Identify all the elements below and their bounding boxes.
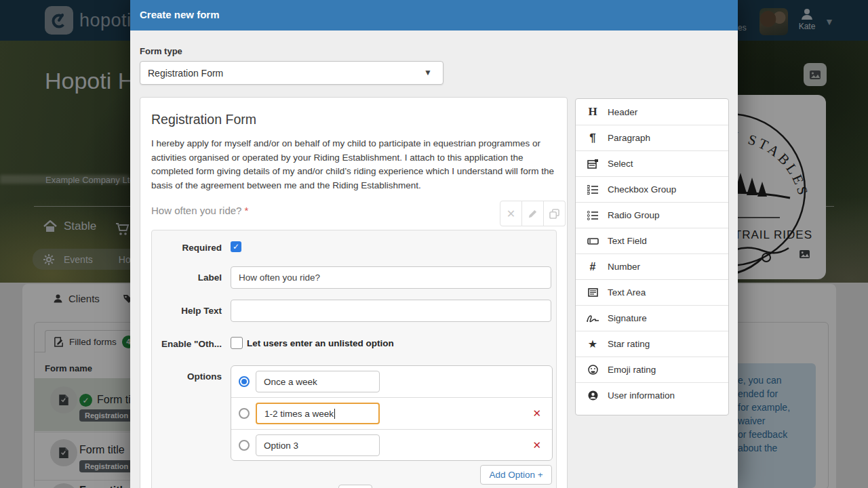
delete-option-icon[interactable]: ✕ [532,439,541,451]
edit-field-button[interactable] [522,201,544,226]
modal-title: Create new form [140,9,220,20]
form-type-select[interactable]: Registration Form ▼ [140,61,443,85]
delete-field-button[interactable]: ✕ [500,201,522,226]
emoji-icon [585,365,600,375]
radio-group-icon [585,211,600,220]
label-input[interactable] [231,266,551,289]
enable-other-checkbox[interactable] [231,337,243,349]
help-text-label: Help Text [152,306,222,316]
number-icon: # [585,261,600,273]
component-header[interactable]: H Header [576,99,728,125]
component-number[interactable]: # Number [576,253,728,279]
option-input[interactable]: Once a week [256,371,380,392]
signature-icon [585,314,600,323]
modal-header [130,0,738,30]
copy-icon [549,209,559,219]
builder-form-title: Registration Form [151,112,256,127]
options-label: Options [152,371,222,382]
options-group: Once a week 1-2 times a week ✕ Option 3 … [231,365,553,461]
form-type-label: Form type [140,46,182,56]
text-cursor [334,409,335,419]
help-text-input[interactable] [231,300,551,322]
component-star-rating[interactable]: ★ Star rating [576,331,728,357]
component-user-information[interactable]: User information [576,382,728,408]
component-text-area[interactable]: Text Area [576,279,728,305]
required-checkbox[interactable]: ✓ [231,241,241,252]
pencil-icon [528,209,538,219]
label-label: Label [152,272,222,283]
user-info-icon [585,390,600,401]
checkbox-group-icon [585,185,600,195]
component-emoji-rating[interactable]: Emoji rating [576,357,728,382]
select-icon [585,159,600,169]
option-input-focused[interactable]: 1-2 times a week [256,403,380,424]
component-text-field[interactable]: Text Field [576,228,728,253]
form-type-value: Registration Form [148,68,223,79]
create-form-modal: Create new form Form type Registration F… [130,0,738,488]
component-select[interactable]: Select [576,150,728,176]
close-button-partial[interactable] [338,485,372,488]
option-row: Option 3 ✕ [231,429,552,461]
field-toolbar: ✕ [500,201,566,226]
component-signature[interactable]: Signature [576,305,728,331]
required-asterisk: * [245,205,249,216]
option-radio-selected[interactable] [239,376,250,387]
chevron-down-icon: ▼ [424,68,432,77]
text-field-icon [585,237,600,245]
field-label: How often you ride? * [151,205,248,216]
builder-form-description: I hereby apply for myself and/or on beha… [151,137,557,192]
component-palette: H Header ¶ Paragraph Select Checkbox Gro… [575,98,729,415]
option-radio[interactable] [239,440,250,451]
enable-other-label: Enable "Oth... [152,339,222,349]
paragraph-icon: ¶ [585,131,600,145]
option-row: Once a week [231,366,552,397]
add-option-button[interactable]: Add Option + [480,465,552,485]
enable-other-text: Let users enter an unlisted option [247,338,394,348]
option-radio[interactable] [239,408,250,419]
header-icon: H [585,105,600,119]
delete-option-icon[interactable]: ✕ [532,407,541,420]
form-builder-card: Registration Form I hereby apply for mys… [140,97,568,488]
component-paragraph[interactable]: ¶ Paragraph [576,125,728,150]
text-area-icon [585,288,600,297]
option-row: 1-2 times a week ✕ [231,397,552,429]
copy-field-button[interactable] [544,201,566,226]
component-radio-group[interactable]: Radio Group [576,202,728,228]
option-input[interactable]: Option 3 [256,434,380,456]
required-label: Required [152,243,222,253]
field-editor-panel: Required ✓ Label Help Text Enable "Oth..… [151,230,557,488]
component-checkbox-group[interactable]: Checkbox Group [576,176,728,202]
star-icon: ★ [585,338,600,350]
